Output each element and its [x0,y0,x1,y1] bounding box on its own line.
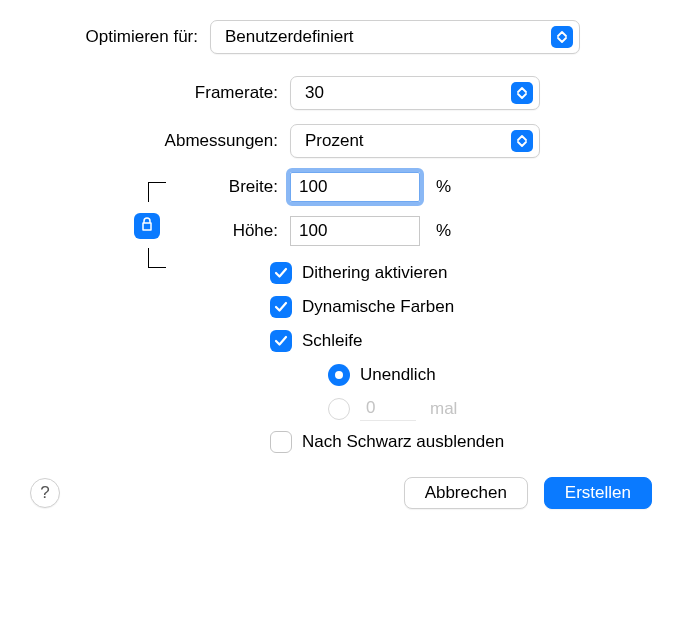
help-icon: ? [40,483,49,503]
height-unit: % [436,221,451,241]
chevron-up-down-icon [511,130,533,152]
check-icon [274,335,288,347]
optimize-select[interactable]: Benutzerdefiniert [210,20,580,54]
framerate-select[interactable]: 30 [290,76,540,110]
width-label: Breite: [30,177,290,197]
dynamic-colors-checkbox[interactable] [270,296,292,318]
optimize-select-value: Benutzerdefiniert [225,27,354,47]
lock-aspect-ratio-toggle[interactable] [134,213,160,239]
dynamic-colors-label: Dynamische Farben [302,297,454,317]
loop-infinite-label: Unendlich [360,365,436,385]
height-label: Höhe: [30,221,290,241]
framerate-label: Framerate: [30,83,290,103]
fade-to-black-label: Nach Schwarz ausblenden [302,432,504,452]
cancel-button[interactable]: Abbrechen [404,477,528,509]
framerate-select-value: 30 [305,83,324,103]
check-icon [274,267,288,279]
dimensions-select-value: Prozent [305,131,364,151]
loop-count-radio[interactable] [328,398,350,420]
chevron-up-down-icon [551,26,573,48]
check-icon [274,301,288,313]
help-button[interactable]: ? [30,478,60,508]
loop-infinite-radio[interactable] [328,364,350,386]
create-button[interactable]: Erstellen [544,477,652,509]
loop-count-input [360,396,416,421]
width-unit: % [436,177,451,197]
fade-to-black-checkbox[interactable] [270,431,292,453]
loop-count-suffix: mal [430,399,457,419]
width-input[interactable] [290,172,420,202]
dithering-checkbox[interactable] [270,262,292,284]
loop-label: Schleife [302,331,362,351]
dimensions-select[interactable]: Prozent [290,124,540,158]
dithering-label: Dithering aktivieren [302,263,448,283]
loop-checkbox[interactable] [270,330,292,352]
lock-icon [141,216,153,236]
chevron-up-down-icon [511,82,533,104]
dimensions-label: Abmessungen: [30,131,290,151]
optimize-label: Optimieren für: [30,27,210,47]
height-input[interactable] [290,216,420,246]
